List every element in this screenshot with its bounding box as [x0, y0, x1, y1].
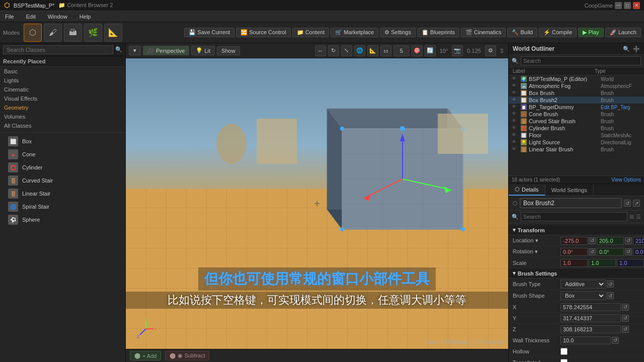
y-input[interactable]	[560, 314, 621, 322]
blueprints-btn[interactable]: 📋 Blueprints	[417, 28, 459, 37]
camera-speed-btn[interactable]: 🎯	[412, 45, 423, 56]
wo-item-bsptestmap[interactable]: 👁 🌍 BSPTestMap_P (Editor) World	[509, 75, 644, 82]
minimize-button[interactable]: ─	[615, 2, 622, 9]
brush-settings-header[interactable]: ▾ Brush Settings	[509, 268, 644, 279]
viewport-options-btn[interactable]: ⚙	[485, 45, 496, 56]
brush-type-dropdown[interactable]: Additive Subtractive	[560, 280, 606, 289]
wall-thickness-reset[interactable]: ↺	[612, 337, 619, 344]
cinematics-btn[interactable]: 🎬 Cinematics	[461, 28, 506, 37]
z-reset[interactable]: ↺	[622, 326, 629, 333]
world-outliner-search-input[interactable]	[521, 56, 641, 65]
viewport-dropdown-btn[interactable]: ▾	[129, 46, 141, 55]
shape-spiral-stair[interactable]: 🌀 Spiral Stair	[0, 200, 125, 213]
brush-shape-reset[interactable]: ↺	[607, 292, 614, 299]
close-button[interactable]: ✕	[633, 2, 640, 9]
mode-landscape[interactable]: 🏔	[64, 24, 82, 42]
shape-linear-stair[interactable]: 🪜 Linear Stair	[0, 187, 125, 200]
hollow-checkbox[interactable]	[560, 348, 568, 355]
menu-window[interactable]: Window	[45, 13, 70, 21]
source-control-btn[interactable]: 🔀 Source Control	[236, 28, 290, 37]
view-options-btn[interactable]: View Options	[611, 177, 641, 183]
perspective-btn[interactable]: 🎥 Perspective	[143, 46, 189, 55]
details-name-input[interactable]	[520, 198, 622, 208]
wall-thickness-input[interactable]	[560, 336, 611, 344]
details-grid-icon[interactable]: ⊞	[629, 214, 634, 220]
location-y-input[interactable]	[597, 237, 624, 245]
show-btn[interactable]: Show	[217, 46, 240, 55]
tessellated-checkbox[interactable]	[560, 359, 568, 363]
play-btn[interactable]: ▶ Play	[578, 28, 603, 37]
details-search-input[interactable]	[521, 212, 627, 221]
content-btn[interactable]: 📁 Content	[292, 28, 330, 37]
details-reset-btn[interactable]: ↺	[624, 200, 631, 207]
shape-box[interactable]: ⬜ Box	[0, 135, 125, 148]
z-input[interactable]	[560, 325, 621, 333]
rotation-y-reset[interactable]: ↺	[625, 248, 632, 255]
brush-type-reset[interactable]: ↺	[607, 281, 614, 288]
transform-section-header[interactable]: ▾ Transform	[509, 225, 644, 235]
menu-help[interactable]: Help	[76, 13, 94, 21]
rotate-btn[interactable]: ↻	[328, 45, 339, 56]
location-x-input[interactable]	[560, 237, 588, 245]
wo-item-linear-stair[interactable]: 👁 🪜 Linear Stair Brush Brush	[509, 146, 644, 153]
rotation-x-reset[interactable]: ↺	[589, 248, 596, 255]
grid-snap-btn[interactable]: ⚏	[380, 45, 391, 56]
location-y-reset[interactable]: ↺	[625, 237, 632, 244]
tab-details[interactable]: ⬡ Details	[509, 184, 545, 196]
lit-btn[interactable]: 💡 Lit	[191, 46, 215, 55]
x-reset[interactable]: ↺	[622, 304, 629, 311]
details-list-icon[interactable]: ☰	[636, 214, 641, 220]
maximize-button[interactable]: □	[624, 2, 631, 9]
tab-content-browser[interactable]: 📁 Content Browser 2	[58, 2, 113, 9]
scale-y-input[interactable]	[589, 259, 616, 267]
mode-geometry[interactable]: 📐	[104, 24, 122, 42]
camera-icon-btn[interactable]: 📷	[452, 45, 463, 56]
build-btn[interactable]: 🔨 Build	[507, 28, 537, 37]
category-geometry[interactable]: Geometry	[0, 103, 125, 112]
category-lights[interactable]: Lights	[0, 76, 125, 85]
category-all-classes[interactable]: All Classes	[0, 121, 125, 130]
wo-item-atm-fog[interactable]: 👁 ☁ Atmospheric Fog AtmosphericF	[509, 82, 644, 89]
save-current-btn[interactable]: 💾 Save Current	[184, 28, 234, 37]
wo-item-box-brush2[interactable]: 👁 ⬜ Box Brush2 Brush	[509, 97, 644, 104]
scale-z-input[interactable]	[617, 259, 644, 267]
wo-item-bp-target[interactable]: 👁 📋 BP_TargetDummy Edit BP_Targ	[509, 104, 644, 111]
add-button[interactable]: ⬤ + Add	[130, 351, 161, 360]
compile-btn[interactable]: ⚡ Compile	[539, 28, 577, 37]
wo-search-icon[interactable]: 🔍	[623, 46, 630, 52]
wo-add-icon[interactable]: ➕	[633, 46, 640, 52]
translate-btn[interactable]: ↔	[315, 45, 326, 56]
surface-snap-btn[interactable]: 📐	[367, 45, 378, 56]
mode-foliage[interactable]: 🌿	[84, 24, 102, 42]
grid-size-btn[interactable]: 5	[393, 45, 410, 56]
viewport-canvas[interactable]: 但你也可使用常规的窗口小部件工具 比如说按下空格键，可实现模式间的切换，任意调大…	[126, 58, 508, 349]
category-basic[interactable]: Basic	[0, 67, 125, 76]
subtract-button[interactable]: ⬤ ◉ Subtract	[165, 351, 209, 360]
menu-file[interactable]: File	[2, 13, 17, 21]
launch-btn[interactable]: 🚀 Launch	[605, 28, 641, 37]
x-input[interactable]	[560, 303, 621, 311]
wo-item-light-source[interactable]: 👁 💡 Light Source DirectionalLig	[509, 139, 644, 146]
shape-curved-stair[interactable]: 🪜 Curved Stair	[0, 174, 125, 187]
scale-btn[interactable]: ⤡	[341, 45, 352, 56]
rotation-snap-btn[interactable]: 🔄	[425, 45, 436, 56]
wo-item-floor[interactable]: 👁 ⬜ Floor StaticMeshAc	[509, 132, 644, 139]
shape-cone[interactable]: 🔺 Cone	[0, 148, 125, 161]
settings-btn[interactable]: ⚙ Settings	[380, 28, 416, 37]
rotation-x-input[interactable]	[560, 248, 588, 256]
location-x-reset[interactable]: ↺	[589, 237, 596, 244]
shape-sphere[interactable]: ⚽ Sphere	[0, 213, 125, 226]
wo-item-cone-brush[interactable]: 👁 🔺 Cone Brush Brush	[509, 111, 644, 118]
rotation-y-input[interactable]	[597, 248, 624, 256]
wo-item-cylinder-brush[interactable]: 👁 ⭕ Cylinder Brush Brush	[509, 125, 644, 132]
details-browse-btn[interactable]: ↗	[633, 200, 640, 207]
brush-shape-dropdown[interactable]: Box Sphere Cylinder	[560, 291, 606, 300]
mode-paint[interactable]: 🖌	[44, 24, 62, 42]
mode-place[interactable]: ⬡	[24, 24, 42, 42]
wo-item-box-brush[interactable]: 👁 ⬜ Box Brush Brush	[509, 89, 644, 97]
recently-placed-header[interactable]: Recently Placed	[0, 56, 125, 67]
location-z-input[interactable]	[633, 237, 644, 245]
search-classes-input[interactable]	[3, 45, 113, 54]
world-local-btn[interactable]: 🌐	[354, 45, 365, 56]
tab-world-settings[interactable]: World Settings	[545, 184, 594, 196]
